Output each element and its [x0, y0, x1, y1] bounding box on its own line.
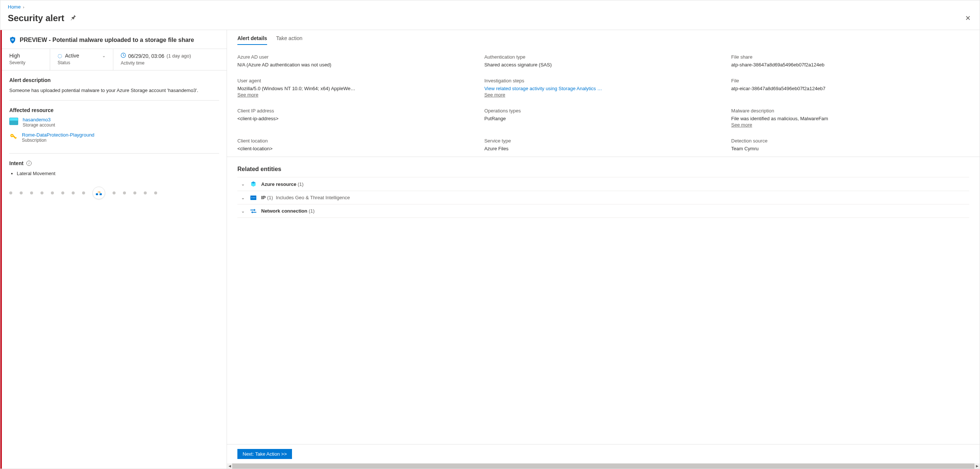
entity-count: (1) — [309, 208, 315, 214]
detail-value-fileshare: atp-share-38647a8d69a5496eb07f2a124eb — [731, 62, 969, 68]
scroll-right-icon[interactable]: ▶ — [974, 463, 980, 469]
resource-name: hasandemo3 — [23, 117, 55, 122]
resource-storage[interactable]: hasandemo3 Storage account — [9, 117, 219, 128]
svg-rect-7 — [100, 193, 102, 195]
left-panel: PREVIEW - Potential malware uploaded to … — [0, 30, 227, 469]
status-dropdown[interactable]: ◌ Active ⌄ Status — [50, 49, 113, 70]
intent-item: Lateral Movement — [17, 171, 219, 176]
severity-value: High — [9, 53, 42, 59]
detail-value-auth: Shared access signature (SAS) — [484, 62, 722, 68]
storage-icon — [9, 117, 18, 125]
detail-value-clientloc: <client-location> — [237, 146, 476, 151]
subscription-type: Subscription — [22, 138, 94, 143]
entity-subtext: Includes Geo & Threat Intelligence — [276, 195, 350, 200]
chevron-right-icon: › — [23, 5, 24, 9]
detail-label-useragent: User agent — [237, 78, 476, 84]
close-icon: ✕ — [965, 14, 971, 22]
clock-icon — [121, 53, 126, 59]
see-more-useragent[interactable]: See more — [237, 92, 258, 98]
resource-type: Storage account — [23, 122, 55, 128]
activity-time-ago: (1 day ago) — [166, 53, 191, 59]
detail-value-clientip: <client-ip-address> — [237, 116, 476, 121]
next-take-action-button[interactable]: Next: Take Action >> — [237, 449, 292, 459]
severity-label: Severity — [9, 60, 42, 65]
see-more-malware[interactable]: See more — [731, 122, 752, 128]
kill-chain-dot — [123, 192, 126, 195]
svg-rect-6 — [96, 193, 98, 195]
breadcrumb-home[interactable]: Home — [8, 4, 21, 10]
detail-label-file: File — [731, 78, 969, 84]
detail-value-file: atp-eicar-38647a8d69a5496eb07f2a124eb7 — [731, 86, 969, 91]
kill-chain-dot — [30, 192, 33, 195]
svg-point-11 — [253, 197, 254, 198]
breadcrumb: Home › — [0, 0, 980, 11]
detail-value-service: Azure Files — [484, 146, 722, 151]
svg-marker-8 — [100, 192, 101, 193]
intent-title: Intent — [9, 160, 24, 166]
network-icon — [250, 209, 257, 214]
svg-point-2 — [12, 40, 13, 40]
activity-time-value: 06/29/20, 03:06 — [128, 53, 164, 59]
kill-chain-active[interactable] — [92, 187, 105, 199]
svg-point-5 — [11, 135, 13, 136]
horizontal-scrollbar[interactable]: ◀ ▶ — [227, 463, 980, 469]
entity-name: Network connection — [261, 208, 307, 214]
entity-count: (1) — [298, 181, 304, 187]
svg-rect-1 — [12, 39, 13, 40]
tab-alert-details[interactable]: Alert details — [237, 35, 267, 45]
chevron-down-icon: ⌄ — [240, 209, 245, 214]
kill-chain — [9, 184, 219, 202]
shield-icon — [9, 37, 16, 43]
detail-value-detection: Team Cymru — [731, 146, 969, 151]
kill-chain-dot — [82, 192, 85, 195]
pin-icon — [70, 14, 76, 21]
entity-count: (1) — [267, 195, 273, 200]
kill-chain-dot — [134, 192, 136, 195]
kill-chain-dot — [144, 192, 147, 195]
entity-ip[interactable]: ⌄ IP (1) Includes Geo & Threat Intellige… — [237, 191, 969, 204]
detail-label-ops: Operations types — [484, 108, 722, 114]
detail-label-investigation: Investigation steps — [484, 78, 722, 84]
scroll-left-icon[interactable]: ◀ — [227, 463, 232, 469]
svg-marker-14 — [251, 211, 253, 213]
svg-point-10 — [251, 197, 252, 198]
detail-value-azure-ad: N/A (Azure AD authentication was not use… — [237, 62, 476, 68]
chevron-down-icon: ⌄ — [102, 54, 105, 58]
entity-network[interactable]: ⌄ Network connection (1) — [237, 204, 969, 218]
description-text: Someone has uploaded potential malware t… — [9, 87, 219, 94]
detail-label-azure-ad: Azure AD user — [237, 54, 476, 60]
detail-value-useragent: Mozilla/5.0 (Windows NT 10.0; Win64; x64… — [237, 86, 476, 91]
detail-label-auth: Authentication type — [484, 54, 722, 60]
description-title: Alert description — [9, 77, 219, 83]
chevron-down-icon: ⌄ — [240, 181, 245, 187]
detail-value-ops: PutRange — [484, 116, 722, 121]
see-more-investigation[interactable]: See more — [484, 92, 505, 98]
investigation-link[interactable]: View related storage activity using Stor… — [484, 86, 722, 91]
close-button[interactable]: ✕ — [964, 13, 972, 24]
cube-icon — [250, 181, 257, 187]
kill-chain-dot — [72, 192, 75, 195]
kill-chain-dot — [51, 192, 54, 195]
affected-title: Affected resource — [9, 107, 219, 113]
key-icon — [9, 133, 18, 141]
resource-subscription[interactable]: Rome-DataProtection-Playground Subscript… — [9, 132, 219, 143]
kill-chain-dot — [154, 192, 157, 195]
detail-label-service: Service type — [484, 138, 722, 144]
svg-marker-13 — [254, 209, 256, 211]
alert-meta-row: High Severity ◌ Active ⌄ Status — [2, 49, 227, 70]
subscription-name: Rome-DataProtection-Playground — [22, 132, 94, 138]
tab-take-action[interactable]: Take action — [276, 35, 302, 45]
detail-label-malware: Malware description — [731, 108, 969, 114]
entities-title: Related entities — [237, 166, 969, 173]
info-icon[interactable]: i — [26, 161, 32, 166]
status-label: Status — [57, 60, 105, 65]
detail-label-clientloc: Client location — [237, 138, 476, 144]
right-panel: Alert details Take action Azure AD user … — [227, 30, 980, 469]
svg-point-12 — [255, 197, 255, 198]
kill-chain-dot — [20, 192, 23, 195]
pin-button[interactable] — [69, 13, 78, 24]
scroll-track[interactable] — [232, 463, 974, 469]
entity-azure-resource[interactable]: ⌄ Azure resource (1) — [237, 177, 969, 191]
ip-icon — [250, 195, 257, 200]
detail-label-fileshare: File share — [731, 54, 969, 60]
